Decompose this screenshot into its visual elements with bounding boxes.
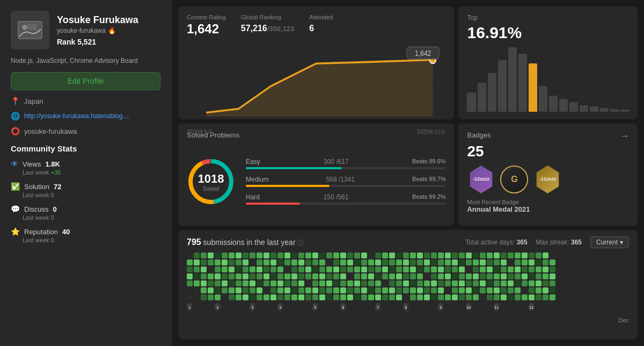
heatmap-cell xyxy=(270,294,276,300)
heatmap-cell xyxy=(536,266,541,272)
heatmap-cell xyxy=(494,260,500,265)
heatmap-cell xyxy=(375,266,381,272)
heatmap-col: 11 xyxy=(494,253,500,312)
bar-14 xyxy=(600,108,609,112)
heatmap-cell xyxy=(403,273,409,279)
heatmap-cell xyxy=(215,280,221,286)
bar-5 xyxy=(508,47,517,112)
heatmap-cell xyxy=(403,266,409,272)
edit-profile-button[interactable]: Edit Profile xyxy=(11,72,160,90)
heatmap-cell xyxy=(501,253,507,258)
heatmap-cell xyxy=(277,287,283,293)
profile-header: Yosuke Furukawa yosuke-furukawa 🔥 Rank 5… xyxy=(11,11,160,49)
heatmap-cell xyxy=(277,253,283,258)
heatmap-cell xyxy=(291,294,297,300)
heatmap-cell xyxy=(284,294,290,300)
heatmap-cell xyxy=(236,294,241,300)
solved-inner: 1018 Solved Easy 300 /617 Beats 9 xyxy=(187,145,445,218)
heatmap-cell xyxy=(298,294,304,300)
current-button[interactable]: Current ▾ xyxy=(590,236,629,248)
heatmap-col xyxy=(326,253,332,312)
heatmap-col xyxy=(382,253,388,312)
heatmap-cell xyxy=(466,266,472,272)
max-streak-label: Max streak: 365 xyxy=(536,239,582,246)
donut-center: 1018 Solved xyxy=(198,171,224,191)
heatmap-cell xyxy=(438,280,444,286)
heatmap-cell xyxy=(445,294,451,300)
heatmap-cell xyxy=(194,280,200,286)
heatmap-cell xyxy=(466,273,472,279)
medium-row: Medium 568 /1341 Beats 99.7% xyxy=(246,176,445,187)
heatmap-cell xyxy=(298,280,304,286)
heatmap-cell xyxy=(396,266,402,272)
views-icon: 👁 xyxy=(11,160,18,168)
heatmap-cell xyxy=(389,266,395,272)
heatmap-cell xyxy=(466,287,472,293)
hard-row: Hard 150 /561 Beats 99.2% xyxy=(246,193,445,205)
heatmap-cell xyxy=(382,294,388,300)
bar-9 xyxy=(549,96,558,112)
heatmap-cell xyxy=(480,294,486,300)
heatmap-cell xyxy=(201,294,207,300)
badges-count: 25 xyxy=(467,143,629,160)
submissions-title: 795 submissions in the last year ⓘ xyxy=(187,237,304,248)
badge-1: -122022 xyxy=(467,165,495,193)
heatmap-cell xyxy=(250,280,255,286)
heatmap-cell xyxy=(417,273,423,279)
bar-16 xyxy=(620,110,629,112)
heatmap-cell xyxy=(550,253,555,258)
heatmap-cell xyxy=(298,253,304,258)
heatmap-cell xyxy=(515,266,521,272)
heatmap-cell xyxy=(529,266,535,272)
reputation-sub: Last week 0 xyxy=(23,237,160,243)
heatmap-cell xyxy=(480,287,486,293)
heatmap-cell xyxy=(333,273,339,279)
heatmap-cell xyxy=(326,280,332,286)
heatmap-col xyxy=(354,253,360,312)
heatmap-cell xyxy=(487,260,493,265)
website-link[interactable]: http://yosuke-furukawa.hatenablog.... xyxy=(24,112,130,120)
heatmap-cell xyxy=(298,266,304,272)
heatmap-cell xyxy=(403,253,409,258)
heatmap-cell xyxy=(347,287,353,293)
heatmap-col xyxy=(347,253,353,312)
website-item[interactable]: 🌐 http://yosuke-furukawa.hatenablog.... xyxy=(11,112,160,120)
heatmap-cell xyxy=(208,294,214,300)
heatmap-cell xyxy=(529,294,535,300)
heatmap-cell xyxy=(389,280,395,286)
heatmap-cell xyxy=(215,287,221,293)
heatmap-cell xyxy=(550,273,555,279)
heatmap-cell xyxy=(473,287,479,293)
heatmap-col xyxy=(396,253,402,312)
reputation-stat: ⭐ Reputation 40 Last week 0 xyxy=(11,227,160,243)
heatmap-cell xyxy=(431,280,437,286)
heatmap-cell xyxy=(305,273,311,279)
heatmap-cell xyxy=(403,260,409,265)
heatmap-col xyxy=(361,253,367,312)
heatmap-cell xyxy=(347,253,353,258)
chart-labels: 2020年8月 2020年11月 xyxy=(187,128,445,136)
heatmap-cell xyxy=(243,260,248,265)
heatmap-cell xyxy=(340,253,346,258)
heatmap-cell xyxy=(543,280,548,286)
heatmap-cell xyxy=(312,287,318,293)
heatmap-cell xyxy=(250,287,255,293)
heatmap-cell xyxy=(466,260,472,265)
heatmap-col xyxy=(536,253,541,312)
heatmap-cell xyxy=(522,253,528,258)
heatmap-cell xyxy=(229,294,235,300)
discuss-icon: 💬 xyxy=(11,205,20,213)
heatmap-col xyxy=(389,253,395,312)
reputation-icon: ⭐ xyxy=(11,227,20,236)
heatmap-cell xyxy=(487,294,493,300)
heatmap-cell xyxy=(417,253,423,258)
heatmap-cell xyxy=(319,260,325,265)
heatmap-cell xyxy=(222,253,228,258)
heatmap-cell xyxy=(270,280,276,286)
heatmap-col xyxy=(236,253,241,312)
heatmap-cell xyxy=(354,280,360,286)
heatmap-cell xyxy=(536,287,541,293)
heatmap-cell xyxy=(431,273,437,279)
badges-arrow-icon[interactable]: → xyxy=(620,131,629,141)
badges-header: Badges → xyxy=(467,131,629,141)
